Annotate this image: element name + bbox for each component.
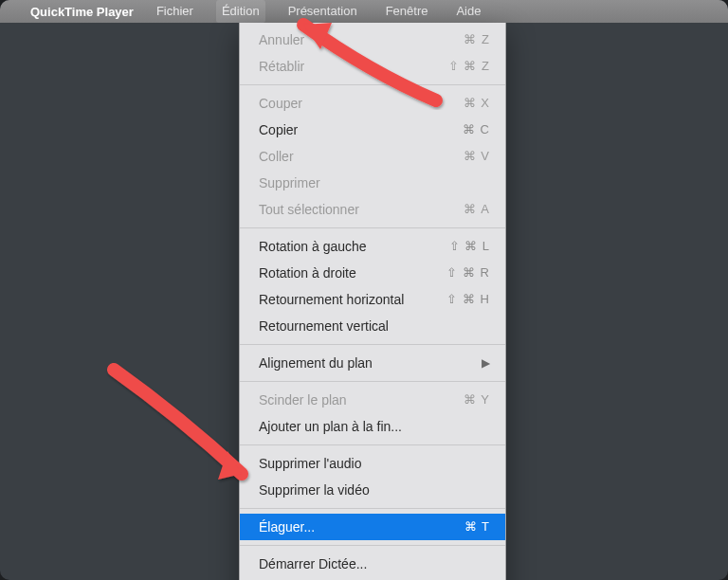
menu-item-retournement-horizontal[interactable]: Retournement horizontal ⇧ ⌘ H [240, 286, 505, 313]
menu-item-label: Supprimer la vidéo [259, 480, 370, 499]
menu-item-shortcut: ⌘ Z [464, 30, 490, 49]
menu-item-label: Rotation à gauche [259, 237, 367, 256]
menu-title-edition[interactable]: Édition [216, 0, 265, 23]
menu-item-label: Démarrer Dictée... [259, 554, 367, 573]
menu-item-rotation-droite[interactable]: Rotation à droite ⇧ ⌘ R [240, 260, 505, 286]
menu-separator [240, 84, 505, 85]
menu-item-label: Tout sélectionner [259, 200, 359, 219]
app-name[interactable]: QuickTime Player [30, 5, 134, 19]
menu-item-scinder-plan: Scinder le plan ⌘ Y [240, 387, 505, 413]
menu-item-couper: Couper ⌘ X [240, 90, 505, 117]
menu-item-copier[interactable]: Copier ⌘ C [240, 117, 505, 143]
edition-dropdown: Annuler ⌘ Z Rétablir ⇧ ⌘ Z Couper ⌘ X Co… [239, 23, 506, 580]
menu-item-shortcut: ⇧ ⌘ H [446, 290, 490, 309]
menu-separator [240, 344, 505, 345]
menu-item-coller: Coller ⌘ V [240, 143, 505, 170]
menu-item-label: Alignement du plan [259, 353, 373, 372]
menu-item-tout-selectionner: Tout sélectionner ⌘ A [240, 196, 505, 223]
menu-item-elaguer[interactable]: Élaguer... ⌘ T [240, 514, 505, 540]
menu-title-fichier[interactable]: Fichier [151, 0, 199, 23]
menu-item-label: Couper [259, 94, 302, 113]
menu-title-fenetre[interactable]: Fenêtre [380, 0, 434, 23]
menu-item-label: Élaguer... [259, 517, 315, 536]
menu-separator [240, 381, 505, 382]
menu-item-shortcut: ⌘ Y [464, 390, 490, 409]
chevron-right-icon: ▶ [482, 353, 490, 372]
menu-item-label: Ajouter un plan à la fin... [259, 417, 402, 436]
menu-title-presentation[interactable]: Présentation [282, 0, 363, 23]
menu-item-alignement-plan[interactable]: Alignement du plan ▶ [240, 350, 505, 376]
menu-separator [240, 227, 505, 228]
menu-item-shortcut: ⌘ X [464, 94, 490, 113]
menu-title-aide[interactable]: Aide [450, 0, 486, 23]
menu-item-shortcut: ⇧ ⌘ Z [448, 57, 490, 76]
menu-separator [240, 444, 505, 445]
menu-item-label: Rotation à droite [259, 263, 356, 282]
menu-item-label: Coller [259, 147, 294, 166]
menu-item-annuler: Annuler ⌘ Z [240, 27, 505, 53]
menu-item-ajouter-plan-fin[interactable]: Ajouter un plan à la fin... [240, 413, 505, 440]
menu-item-demarrer-dictee[interactable]: Démarrer Dictée... [240, 551, 505, 577]
menu-item-label: Supprimer l'audio [259, 454, 362, 473]
menu-separator [240, 545, 505, 546]
menu-item-shortcut: ⇧ ⌘ L [449, 237, 490, 256]
menu-item-shortcut: ⌘ V [464, 147, 490, 166]
menu-item-shortcut: ⇧ ⌘ R [446, 263, 490, 282]
menu-separator [240, 508, 505, 509]
menu-item-supprimer: Supprimer [240, 170, 505, 196]
menu-item-label: Rétablir [259, 57, 304, 76]
menu-item-label: Retournement horizontal [259, 290, 404, 309]
menu-item-label: Retournement vertical [259, 317, 389, 335]
menu-item-shortcut: ⌘ T [464, 517, 490, 536]
menu-item-label: Supprimer [259, 173, 320, 192]
menu-item-label: Copier [259, 120, 298, 139]
menu-item-shortcut: ⌘ A [464, 200, 490, 219]
menu-item-supprimer-video[interactable]: Supprimer la vidéo [240, 477, 505, 503]
menu-item-shortcut: ⌘ C [463, 120, 490, 139]
menu-item-retablir: Rétablir ⇧ ⌘ Z [240, 53, 505, 80]
menu-item-supprimer-audio[interactable]: Supprimer l'audio [240, 450, 505, 477]
menubar: QuickTime Player Fichier Édition Présent… [0, 0, 728, 23]
menu-item-label: Scinder le plan [259, 390, 347, 409]
screen: QuickTime Player Fichier Édition Présent… [0, 0, 728, 580]
menu-item-retournement-vertical[interactable]: Retournement vertical [240, 313, 505, 339]
menu-item-rotation-gauche[interactable]: Rotation à gauche ⇧ ⌘ L [240, 233, 505, 260]
menu-item-label: Annuler [259, 30, 304, 49]
